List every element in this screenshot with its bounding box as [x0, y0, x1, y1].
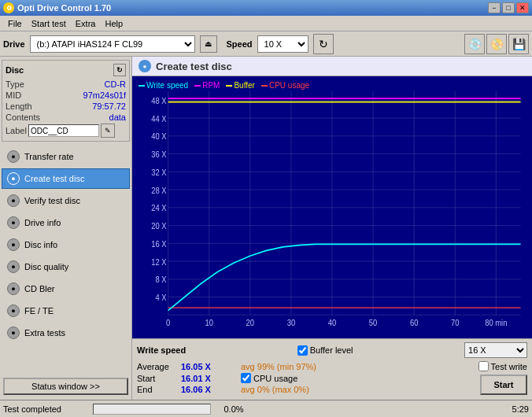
- content-header: ● Create test disc: [132, 57, 532, 76]
- drive-label: Drive: [3, 39, 25, 49]
- start-val: 16.01 X: [181, 374, 236, 383]
- dvd-icon-btn[interactable]: 📀: [486, 34, 507, 54]
- verify-test-disc-label: Verify test disc: [24, 196, 80, 205]
- legend-rpm: RPM: [194, 81, 220, 90]
- start-stat-label: Start: [137, 374, 176, 383]
- svg-text:70: 70: [451, 319, 460, 327]
- status-window-button[interactable]: Status window >>: [3, 378, 128, 395]
- disc-type-row: Type CD-R: [6, 79, 126, 89]
- avg-val: 16.05 X: [181, 362, 236, 371]
- titlebar: ⚙ Opti Drive Control 1.70 − □ ✕: [0, 0, 532, 16]
- close-button[interactable]: ✕: [516, 2, 529, 13]
- legend-write-speed: Write speed: [139, 81, 188, 90]
- save-icon-btn[interactable]: 💾: [508, 34, 529, 54]
- toolbar-icons: 💿 📀 💾: [464, 34, 529, 54]
- disc-label-edit-button[interactable]: ✎: [101, 124, 115, 138]
- app-title: Opti Drive Control 1.70: [17, 3, 111, 13]
- cd-bler-label: CD Bler: [24, 284, 55, 293]
- sidebar-item-fe-te[interactable]: ● FE / TE: [2, 301, 130, 321]
- disc-info-label: Disc info: [24, 240, 57, 249]
- disc-header: Disc ↻: [6, 64, 126, 76]
- transfer-rate-icon: ●: [7, 150, 20, 163]
- buffer-dot: [226, 85, 232, 87]
- menu-extra[interactable]: Extra: [71, 17, 101, 30]
- start-button[interactable]: Start: [480, 375, 527, 395]
- sidebar-item-transfer-rate[interactable]: ● Transfer rate: [2, 146, 130, 167]
- maximize-button[interactable]: □: [502, 2, 515, 13]
- app-icon: ⚙: [3, 2, 14, 13]
- create-test-disc-label: Create test disc: [24, 174, 84, 183]
- sidebar-item-verify-test-disc[interactable]: ● Verify test disc: [2, 190, 130, 211]
- end-extra: avg 0% (max 0%): [241, 385, 367, 394]
- chart-svg: 48 X 44 X 40 X 36 X 32 X 28 X 24 X 20 X …: [135, 91, 529, 333]
- svg-text:20 X: 20 X: [151, 222, 167, 231]
- test-write-checkbox[interactable]: [478, 361, 489, 371]
- rpm-dot: [194, 85, 201, 87]
- svg-text:12 X: 12 X: [151, 257, 167, 266]
- write-speed-select[interactable]: 16 X: [464, 342, 527, 358]
- disc-length-row: Length 79:57.72: [6, 101, 126, 111]
- svg-text:4 X: 4 X: [156, 293, 167, 302]
- svg-text:80 min: 80 min: [485, 319, 507, 327]
- disc-mid-label: MID: [6, 90, 21, 100]
- sidebar-item-create-test-disc[interactable]: ● Create test disc: [2, 168, 130, 189]
- speed-select[interactable]: 10 X: [257, 35, 308, 53]
- disc-quality-icon: ●: [7, 260, 20, 273]
- sidebar-item-cd-bler[interactable]: ● CD Bler: [2, 279, 130, 299]
- write-speed-legend-label: Write speed: [146, 81, 188, 90]
- refresh-button[interactable]: ↻: [313, 34, 334, 54]
- content-area: ● Create test disc Write speed RPM Buffe…: [132, 57, 532, 400]
- buffer-level-checkbox[interactable]: [297, 345, 308, 356]
- buffer-legend-label: Buffer: [234, 81, 255, 90]
- minimize-button[interactable]: −: [488, 2, 501, 13]
- main: Disc ↻ Type CD-R MID 97m24s01f Length 79…: [0, 57, 532, 400]
- svg-text:20: 20: [246, 319, 255, 327]
- sidebar-item-disc-info[interactable]: ● Disc info: [2, 234, 130, 255]
- svg-text:24 X: 24 X: [151, 204, 167, 212]
- avg-extra: avg 99% (min 97%): [241, 362, 367, 371]
- speed-label: Speed: [227, 39, 253, 49]
- svg-text:10: 10: [205, 319, 214, 327]
- svg-text:0: 0: [166, 319, 171, 327]
- sidebar: Disc ↻ Type CD-R MID 97m24s01f Length 79…: [0, 57, 132, 400]
- svg-text:40: 40: [328, 319, 337, 327]
- drive-select[interactable]: (b:) ATAPI iHAS124 F CL99: [30, 35, 195, 53]
- chart-area: Write speed RPM Buffer CPU usage: [132, 76, 532, 338]
- svg-text:30: 30: [287, 319, 296, 327]
- svg-text:32 X: 32 X: [151, 168, 167, 176]
- menu-start-test[interactable]: Start test: [27, 17, 71, 30]
- eject-button[interactable]: ⏏: [200, 35, 217, 53]
- cpu-dot: [261, 85, 268, 87]
- drive-info-label: Drive info: [24, 218, 61, 227]
- disc-label-input[interactable]: [28, 124, 99, 137]
- extra-tests-icon: ●: [7, 327, 20, 339]
- disc-icon-btn[interactable]: 💿: [464, 34, 485, 54]
- cd-bler-icon: ●: [7, 282, 20, 295]
- cpu-usage-checkbox[interactable]: [241, 373, 251, 383]
- disc-quality-label: Disc quality: [24, 262, 68, 271]
- disc-refresh-button[interactable]: ↻: [113, 64, 126, 76]
- sidebar-item-extra-tests[interactable]: ● Extra tests: [2, 323, 130, 343]
- disc-contents-value: data: [109, 113, 126, 122]
- menu-file[interactable]: File: [3, 17, 27, 30]
- sidebar-item-disc-quality[interactable]: ● Disc quality: [2, 256, 130, 277]
- disc-title: Disc: [6, 65, 24, 75]
- disc-type-value: CD-R: [105, 79, 127, 89]
- status-time: 5:29: [512, 404, 529, 414]
- end-val: 16.06 X: [181, 385, 236, 394]
- disc-type-label: Type: [6, 79, 24, 89]
- legend-buffer: Buffer: [226, 81, 255, 90]
- disc-mid-row: MID 97m24s01f: [6, 90, 126, 100]
- verify-test-disc-icon: ●: [7, 194, 20, 207]
- sidebar-item-drive-info[interactable]: ● Drive info: [2, 212, 130, 233]
- create-test-disc-icon: ●: [7, 172, 20, 185]
- statusbar: Test completed 0.0% 5:29: [0, 400, 532, 417]
- cpu-legend-label: CPU usage: [269, 81, 309, 90]
- disc-label-label: Label: [6, 126, 27, 135]
- disc-label-row: Label ✎: [6, 124, 126, 138]
- titlebar-left: ⚙ Opti Drive Control 1.70: [3, 2, 111, 13]
- svg-text:44 X: 44 X: [151, 114, 167, 123]
- svg-text:50: 50: [369, 319, 378, 327]
- svg-text:40 X: 40 X: [151, 132, 167, 141]
- menu-help[interactable]: Help: [100, 17, 127, 30]
